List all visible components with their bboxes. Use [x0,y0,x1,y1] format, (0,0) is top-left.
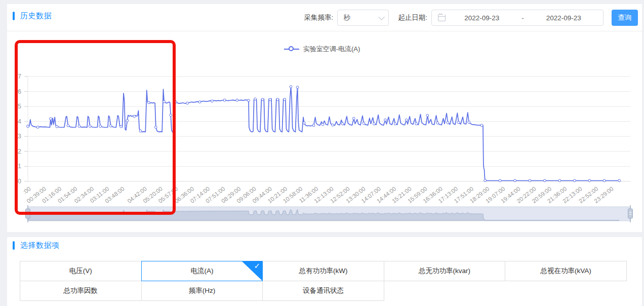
data-item-label: 设备通讯状态 [303,286,344,295]
history-data-page: { "header": { "title": "历史数据", "freq_lab… [0,0,644,306]
series-point-markers [27,86,621,182]
data-item-table: 电压(V)电流(A)✓总有功功率(kW)总无功功率(kvar)总视在功率(kVA… [20,261,627,301]
data-item-cell[interactable]: 总无功功率(kvar) [384,261,506,281]
history-line-chart: 01234567:0000:39:0001:16:0001:54:0002:34… [0,56,644,231]
datazoom-slider[interactable] [26,205,633,222]
legend-item-label: 实验室空调-电流(A) [303,45,360,54]
data-item-label: 总视在功率(kVA) [541,266,591,276]
end-date-value[interactable]: 2022-09-23 [531,14,597,22]
data-item-cell[interactable]: 电压(V) [20,261,142,281]
check-icon: ✓ [254,262,261,270]
data-item-label: 总功率因数 [64,286,98,295]
date-range-label: 起止日期: [398,13,427,22]
title-accent-bar [13,241,15,250]
svg-text:1: 1 [18,163,21,170]
data-item-cell[interactable]: 总有功功率(kW) [262,261,384,281]
selector-title: 选择数据项 [13,241,60,250]
data-item-label: 电压(V) [69,266,92,276]
title-accent-bar [13,12,15,20]
selector-title-label: 选择数据项 [20,241,60,250]
chevron-down-icon [378,14,385,20]
data-item-selector-panel: 选择数据项 电压(V)电流(A)✓总有功功率(kW)总无功功率(kvar)总视在… [7,237,642,306]
frequency-label: 采集频率: [304,13,333,22]
calendar-icon [438,14,446,21]
svg-text:7: 7 [18,73,21,80]
chart-legend: 实验室空调-电流(A) [0,45,644,55]
data-item-label: 总无功功率(kvar) [419,266,470,276]
legend-item-current[interactable]: 实验室空调-电流(A) [284,45,360,54]
empty-cell [384,281,506,301]
date-separator: - [515,14,531,22]
svg-text:4: 4 [18,118,21,125]
svg-text:5: 5 [18,103,21,110]
data-item-label: 电流(A) [190,266,213,276]
line-series-marker-icon [284,46,299,52]
frequency-select-value: 秒 [343,13,350,22]
start-date-value[interactable]: 2022-09-23 [449,14,515,22]
data-item-cell[interactable]: 电流(A)✓ [141,261,263,281]
data-item-cell[interactable]: 总视在功率(kVA) [505,261,627,281]
x-axis-labels: :0000:39:0001:16:0001:54:0002:34:0003:11… [22,185,615,204]
grid-lines: 01234567 [18,73,630,185]
svg-text::00: :00 [22,185,32,195]
query-button[interactable]: 查询 [612,10,638,26]
page-header: 历史数据 采集频率: 秒 起止日期: 2022-09-23 - 2022-09-… [7,4,642,31]
date-range-input[interactable]: 2022-09-23 - 2022-09-23 [431,10,603,26]
data-item-cell[interactable]: 总功率因数 [20,281,142,301]
svg-text:2: 2 [18,148,21,155]
empty-cell [505,281,627,301]
svg-text:3: 3 [18,133,21,140]
svg-text:0: 0 [18,178,21,185]
data-item-label: 频率(Hz) [189,286,216,295]
page-title: 历史数据 [13,11,52,21]
query-controls: 采集频率: 秒 起止日期: 2022-09-23 - 2022-09-23 查询 [304,10,638,26]
page-title-label: 历史数据 [20,11,52,21]
frequency-select[interactable]: 秒 [337,10,389,26]
data-item-label: 总有功功率(kW) [299,266,348,276]
data-item-cell[interactable]: 频率(Hz) [141,281,263,301]
data-item-cell[interactable]: 设备通讯状态 [262,281,384,301]
svg-text:6: 6 [18,88,21,95]
